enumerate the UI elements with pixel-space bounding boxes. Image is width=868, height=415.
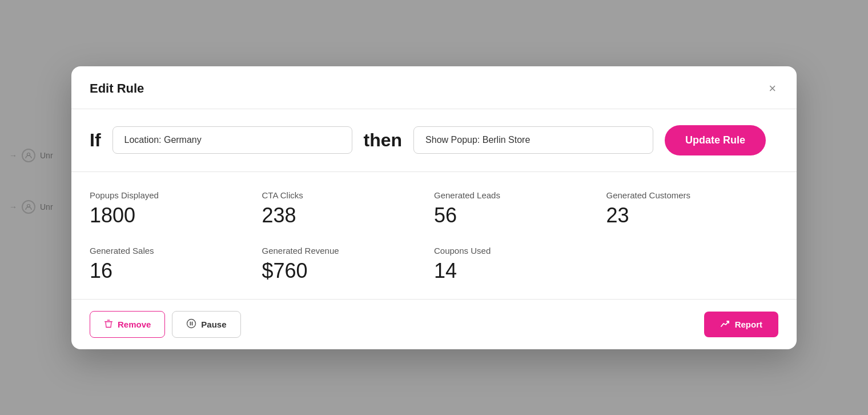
stat-coupons-used: Coupons Used 14 <box>434 246 606 283</box>
edit-rule-modal: Edit Rule × If then Update Rule Popups D… <box>71 66 797 349</box>
stat-label-sales: Generated Sales <box>90 246 262 256</box>
modal-footer: Remove Pause <box>71 300 797 349</box>
remove-label: Remove <box>118 320 151 329</box>
stat-value-coupons: 14 <box>434 259 606 283</box>
stat-label-customers: Generated Customers <box>606 190 779 200</box>
report-button[interactable]: Report <box>704 312 778 337</box>
pause-label: Pause <box>201 320 226 329</box>
stat-generated-leads: Generated Leads 56 <box>434 190 606 228</box>
remove-button[interactable]: Remove <box>90 311 165 338</box>
footer-left-buttons: Remove Pause <box>90 311 241 338</box>
chart-icon <box>720 318 730 330</box>
stat-generated-customers: Generated Customers 23 <box>606 190 779 228</box>
stat-generated-revenue: Generated Revenue $760 <box>262 246 435 283</box>
stats-section: Popups Displayed 1800 CTA Clicks 238 Gen… <box>71 172 797 300</box>
pause-button[interactable]: Pause <box>172 311 240 338</box>
stat-value-leads: 56 <box>434 203 606 228</box>
svg-rect-6 <box>192 321 193 325</box>
modal-title: Edit Rule <box>90 81 144 96</box>
stat-label-revenue: Generated Revenue <box>262 246 435 256</box>
stat-label-cta: CTA Clicks <box>262 190 435 200</box>
stat-value-sales: 16 <box>90 259 262 283</box>
update-rule-button[interactable]: Update Rule <box>665 125 766 155</box>
stat-value-customers: 23 <box>606 203 779 228</box>
stat-label-leads: Generated Leads <box>434 190 606 200</box>
svg-rect-5 <box>190 321 191 325</box>
rule-section: If then Update Rule <box>71 109 797 172</box>
close-button[interactable]: × <box>766 80 778 97</box>
stat-generated-sales: Generated Sales 16 <box>90 246 262 283</box>
stat-cta-clicks: CTA Clicks 238 <box>262 190 435 228</box>
then-input[interactable] <box>413 126 653 154</box>
svg-rect-3 <box>107 320 110 321</box>
stat-value-cta: 238 <box>262 203 435 228</box>
stat-popups-displayed: Popups Displayed 1800 <box>90 190 262 228</box>
stat-value-popups: 1800 <box>90 203 262 228</box>
stats-grid: Popups Displayed 1800 CTA Clicks 238 Gen… <box>90 190 778 283</box>
if-input[interactable] <box>112 126 352 154</box>
stat-label-popups: Popups Displayed <box>90 190 262 200</box>
stat-value-revenue: $760 <box>262 259 435 283</box>
svg-point-4 <box>187 319 196 328</box>
modal-backdrop: Edit Rule × If then Update Rule Popups D… <box>0 0 868 415</box>
stat-label-coupons: Coupons Used <box>434 246 606 256</box>
svg-rect-2 <box>105 321 112 322</box>
then-keyword: then <box>364 130 403 151</box>
report-label: Report <box>735 320 762 329</box>
pause-icon <box>186 318 196 330</box>
modal-header: Edit Rule × <box>71 66 797 109</box>
trash-icon <box>104 319 113 330</box>
if-keyword: If <box>90 130 101 151</box>
